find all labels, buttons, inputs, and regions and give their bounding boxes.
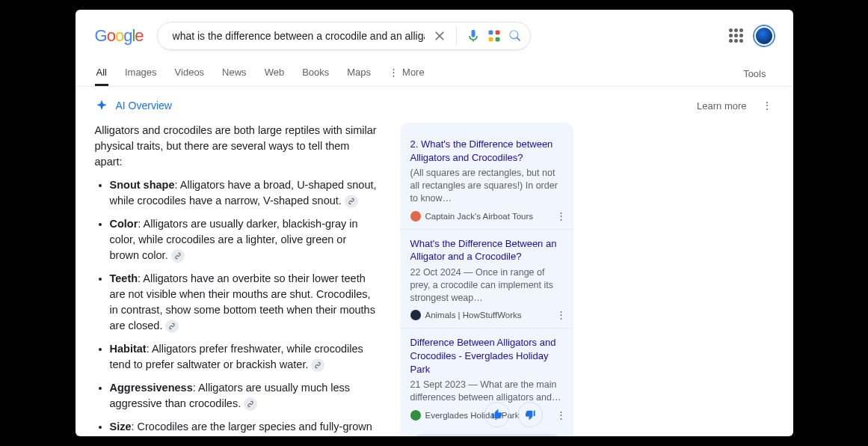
source-snippet: (All squares are rectangles, but not all…: [410, 167, 563, 205]
citation-icon[interactable]: [311, 358, 324, 372]
source-title[interactable]: What's the Difference Between an Alligat…: [410, 237, 563, 263]
ai-overview-title: AI Overview: [116, 100, 172, 112]
thumbs-up-button[interactable]: [484, 402, 510, 427]
favicon-icon: [410, 211, 421, 222]
source-attribution: Captain Jack's Airboat Tours: [410, 211, 563, 222]
svg-rect-0: [488, 31, 493, 35]
tab-all[interactable]: All: [95, 61, 108, 86]
card-menu-icon[interactable]: ⋮: [556, 210, 566, 222]
svg-rect-1: [495, 31, 499, 35]
tab-images[interactable]: Images: [123, 61, 158, 86]
svg-rect-3: [495, 37, 499, 42]
tab-more[interactable]: ⋮More: [387, 61, 426, 86]
page-root: Google All Images: [76, 10, 793, 436]
search-icon[interactable]: [508, 28, 523, 43]
card-menu-icon[interactable]: ⋮: [556, 409, 566, 421]
source-snippet: 21 Sept 2023 — What are the main differe…: [410, 379, 563, 404]
content-area: AI Overview Learn more ⋮ Alligators and …: [76, 87, 793, 436]
sparkle-icon: [95, 99, 108, 112]
tools-button[interactable]: Tools: [743, 68, 773, 79]
feedback-row: [484, 402, 543, 427]
lens-icon[interactable]: [487, 28, 502, 43]
list-item: Color: Alligators are usually darker, bl…: [110, 216, 379, 263]
tab-news[interactable]: News: [221, 61, 248, 86]
list-item: Snout shape: Alligators have a broad, U-…: [110, 177, 379, 209]
list-item: Teeth: Alligators have an overbite so th…: [110, 271, 379, 334]
source-snippet: 22 Oct 2024 — Once in range of prey, a c…: [410, 266, 563, 305]
thumbs-down-button[interactable]: [517, 402, 543, 427]
google-logo[interactable]: Google: [95, 26, 144, 46]
clear-icon[interactable]: [432, 28, 447, 43]
source-attribution: Animals | HowStuffWorks: [410, 310, 563, 320]
apps-icon[interactable]: [729, 28, 744, 43]
source-card[interactable]: What's the Difference Between an Alligat…: [400, 229, 573, 329]
citation-icon[interactable]: [244, 397, 257, 411]
mic-icon[interactable]: [466, 28, 481, 43]
ai-overview-header: AI Overview Learn more ⋮: [95, 99, 774, 112]
ai-answer: Alligators and crocodiles are both large…: [95, 123, 379, 436]
list-item: Habitat: Alligators prefer freshwater, w…: [110, 341, 379, 373]
search-input[interactable]: [171, 29, 426, 43]
list-item: Size: Crocodiles are the larger species …: [110, 419, 379, 436]
show-all-button[interactable]: Show all: [410, 434, 563, 436]
tab-books[interactable]: Books: [301, 61, 330, 86]
source-title[interactable]: Difference Between Alligators and Crocod…: [410, 336, 563, 376]
svg-rect-2: [488, 37, 493, 42]
citation-icon[interactable]: [345, 195, 358, 208]
search-bar[interactable]: [157, 22, 531, 50]
source-card[interactable]: 2. What's the Difference between Alligat…: [400, 130, 573, 229]
favicon-icon: [410, 410, 421, 421]
tab-web[interactable]: Web: [263, 61, 286, 86]
learn-more-link[interactable]: Learn more: [697, 100, 746, 112]
account-avatar[interactable]: [754, 26, 774, 46]
ai-intro: Alligators and crocodiles are both large…: [95, 123, 379, 170]
source-panel: 2. What's the Difference between Alligat…: [400, 123, 573, 436]
tab-row: All Images Videos News Web Books Maps ⋮M…: [76, 61, 793, 87]
list-item: Aggressiveness: Alligators are usually m…: [110, 380, 379, 412]
tab-videos[interactable]: Videos: [173, 61, 206, 86]
source-title[interactable]: 2. What's the Difference between Alligat…: [410, 138, 563, 164]
favicon-icon: [410, 310, 421, 320]
citation-icon[interactable]: [165, 320, 179, 333]
card-menu-icon[interactable]: ⋮: [556, 309, 566, 320]
overflow-menu-icon[interactable]: ⋮: [760, 100, 774, 112]
tab-maps[interactable]: Maps: [345, 61, 372, 86]
header: Google: [76, 10, 793, 50]
citation-icon[interactable]: [171, 249, 185, 263]
ai-bullet-list: Snout shape: Alligators have a broad, U-…: [95, 177, 379, 436]
